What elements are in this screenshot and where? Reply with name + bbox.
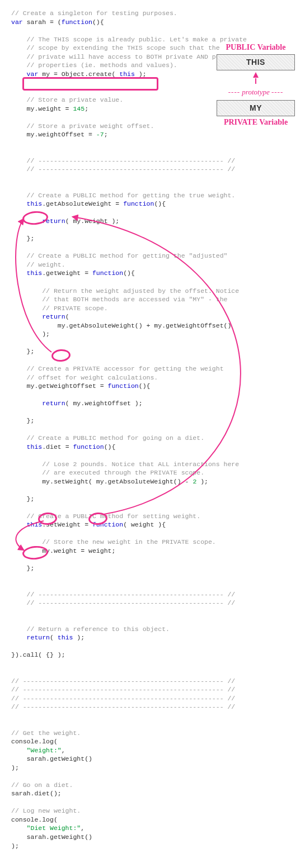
arrow-up-icon xyxy=(253,72,259,78)
code-block: // Create a singleton for testing purpos… xyxy=(11,9,294,868)
prototype-label: ---- prototype ---- xyxy=(217,87,295,97)
public-variable-label: PUBLIC Variable xyxy=(217,42,295,53)
scope-diagram: PUBLIC Variable THIS ---- prototype ----… xyxy=(217,41,295,129)
this-box: THIS xyxy=(217,54,295,70)
private-variable-label: PRIVATE Variable xyxy=(217,117,295,128)
my-box: MY xyxy=(217,100,295,116)
